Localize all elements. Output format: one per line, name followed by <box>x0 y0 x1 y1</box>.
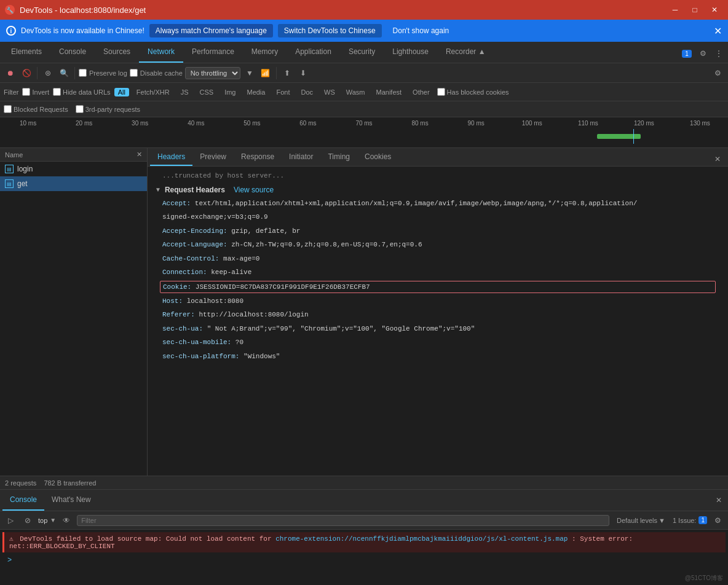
info-icon: i <box>6 26 16 36</box>
warning-icon: ⚠ <box>9 535 14 543</box>
minimize-button[interactable]: ─ <box>667 3 684 17</box>
match-language-button[interactable]: Always match Chrome's language <box>149 24 273 37</box>
request-headers-title: Request Headers <box>165 186 225 194</box>
filter-xhr-button[interactable]: Fetch/XHR <box>133 88 173 96</box>
request-item-login[interactable]: ▤ login <box>0 162 147 176</box>
console-settings-icon[interactable]: ⚙ <box>711 514 724 527</box>
dont-show-again-button[interactable]: Don't show again <box>387 24 456 37</box>
timeline-labels: 10 ms 20 ms 30 ms 40 ms 50 ms 60 ms 70 m… <box>0 117 728 129</box>
filter-icon[interactable]: ⊛ <box>41 66 55 80</box>
detail-panel-close[interactable]: ✕ <box>710 152 726 166</box>
name-panel-close[interactable]: ✕ <box>136 151 142 159</box>
devtools-icon: 🔧 <box>5 5 15 15</box>
close-button[interactable]: ✕ <box>706 3 723 17</box>
request-icon-get: ▤ <box>5 179 14 188</box>
filter-media-button[interactable]: Media <box>243 88 269 96</box>
tl-60: 60 ms <box>280 120 336 127</box>
throttle-dropdown-icon[interactable]: ▼ <box>243 66 256 80</box>
tl-10: 10 ms <box>0 120 56 127</box>
throttle-select[interactable]: No throttling <box>185 67 240 79</box>
issues-badge[interactable]: 1 <box>680 47 694 60</box>
request-name-login: login <box>17 165 33 173</box>
filter-manifest-button[interactable]: Manifest <box>373 88 406 96</box>
tab-headers[interactable]: Headers <box>150 148 192 166</box>
tab-performance[interactable]: Performance <box>183 42 243 63</box>
console-tab-whats-new[interactable]: What's New <box>44 490 98 511</box>
settings-icon[interactable]: ⚙ <box>696 47 710 60</box>
export-har-icon[interactable]: ⬇ <box>296 66 310 80</box>
tab-recorder[interactable]: Recorder ▲ <box>437 42 494 63</box>
header-sec-ch-ua-mobile: sec-ch-ua-mobile: ?0 <box>148 336 728 350</box>
filter-other-button[interactable]: Other <box>409 88 433 96</box>
tab-lighthouse[interactable]: Lighthouse <box>384 42 437 63</box>
request-headers-section[interactable]: ▼ Request Headers View source <box>148 183 728 197</box>
switch-devtools-button[interactable]: Switch DevTools to Chinese <box>278 24 382 37</box>
eye-icon[interactable]: 👁 <box>60 514 73 527</box>
info-close-icon[interactable]: ✕ <box>714 25 722 37</box>
filter-all-button[interactable]: All <box>114 88 129 96</box>
detail-panel: Headers Preview Response Initiator Timin… <box>148 148 728 476</box>
clear-icon[interactable]: 🚫 <box>20 66 33 80</box>
name-column-label: Name <box>5 151 23 159</box>
tab-elements[interactable]: Elements <box>2 42 50 63</box>
record-icon[interactable]: ⏺ <box>4 66 17 80</box>
filter-css-button[interactable]: CSS <box>196 88 218 96</box>
tab-network[interactable]: Network <box>139 42 183 63</box>
maximize-button[interactable]: □ <box>686 3 703 17</box>
top-dropdown-icon[interactable]: ▼ <box>50 517 56 524</box>
blocked-requests-bar: Blocked Requests 3rd-party requests <box>0 101 728 117</box>
tab-preview[interactable]: Preview <box>192 148 234 166</box>
filter-wasm-button[interactable]: Wasm <box>342 88 369 96</box>
request-list: ▤ login ▤ get <box>0 162 147 191</box>
issues-count[interactable]: 1 <box>698 516 707 524</box>
header-referer: Referer: http://localhost:8080/login <box>148 308 728 322</box>
import-har-icon[interactable]: ⬆ <box>280 66 294 80</box>
prompt-arrow-icon: > <box>7 556 12 565</box>
console-close-icon[interactable]: ✕ <box>712 493 726 507</box>
tab-sources[interactable]: Sources <box>95 42 139 63</box>
tab-response[interactable]: Response <box>234 148 282 166</box>
preserve-log-checkbox[interactable]: Preserve log <box>79 69 127 77</box>
header-accept-cont: signed-exchange;v=b3;q=0.9 <box>148 210 728 224</box>
filter-img-button[interactable]: Img <box>221 88 239 96</box>
console-filter-input[interactable] <box>77 515 609 526</box>
network-settings-icon[interactable]: ⚙ <box>711 66 724 80</box>
console-tab-console[interactable]: Console <box>2 490 44 511</box>
invert-checkbox[interactable]: Invert <box>22 88 49 96</box>
tab-timing[interactable]: Timing <box>320 148 357 166</box>
tl-70: 70 ms <box>336 120 392 127</box>
tab-console[interactable]: Console <box>50 42 95 63</box>
blocked-requests-checkbox[interactable]: Blocked Requests <box>4 105 68 113</box>
timeline-cursor <box>633 129 634 144</box>
header-connection: Connection: keep-alive <box>148 265 728 280</box>
filter-ws-button[interactable]: WS <box>320 88 339 96</box>
tab-security[interactable]: Security <box>340 42 384 63</box>
tl-130: 130 ms <box>672 120 728 127</box>
more-options-icon[interactable]: ⋮ <box>712 47 726 60</box>
console-execute-icon[interactable]: ▷ <box>4 514 17 527</box>
wifi-icon[interactable]: 📶 <box>259 66 272 80</box>
tab-application[interactable]: Application <box>287 42 340 63</box>
has-blocked-cookies-checkbox[interactable]: Has blocked cookies <box>437 88 509 96</box>
filter-font-button[interactable]: Font <box>272 88 293 96</box>
request-item-get[interactable]: ▤ get <box>0 176 147 191</box>
timeline: 10 ms 20 ms 30 ms 40 ms 50 ms 60 ms 70 m… <box>0 117 728 148</box>
headers-content[interactable]: ...truncated by host server... ▼ Request… <box>148 167 728 476</box>
request-name-get: get <box>17 179 28 188</box>
hide-data-urls-checkbox[interactable]: Hide data URLs <box>53 88 111 96</box>
filter-js-button[interactable]: JS <box>177 88 192 96</box>
error-link[interactable]: chrome-extension://ncennffkjdiamlpmcbajk… <box>275 535 568 543</box>
tab-memory[interactable]: Memory <box>243 42 287 63</box>
headers-inner: ...truncated by host server... ▼ Request… <box>148 167 728 366</box>
title-bar: 🔧 DevTools - localhost:8080/index/get ─ … <box>0 0 728 20</box>
view-source-link[interactable]: View source <box>234 186 274 194</box>
search-icon[interactable]: 🔍 <box>57 66 71 80</box>
top-label: top <box>38 517 47 524</box>
tab-cookies[interactable]: Cookies <box>357 148 398 166</box>
console-stop-icon[interactable]: ⊘ <box>21 514 34 527</box>
disable-cache-checkbox[interactable]: Disable cache <box>130 69 183 77</box>
levels-button[interactable]: Default levels ▼ <box>613 516 669 525</box>
filter-doc-button[interactable]: Doc <box>297 88 317 96</box>
tab-initiator[interactable]: Initiator <box>282 148 320 166</box>
third-party-checkbox[interactable]: 3rd-party requests <box>76 105 140 113</box>
